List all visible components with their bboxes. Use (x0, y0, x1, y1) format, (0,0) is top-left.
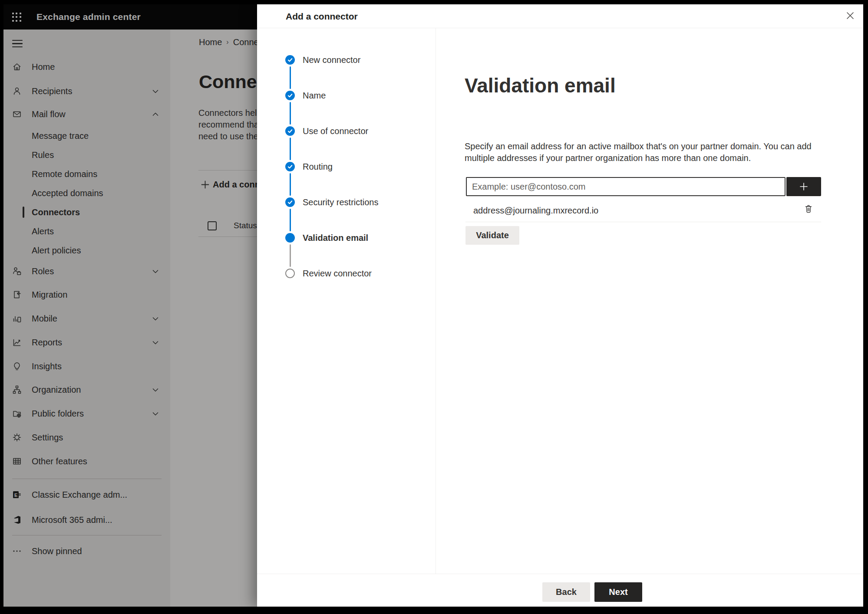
step-label: Validation email (303, 233, 368, 243)
step-use-of-connector[interactable]: Use of connector (257, 121, 435, 141)
next-button[interactable]: Next (594, 582, 642, 602)
delete-address-button[interactable] (801, 201, 816, 216)
step-name[interactable]: Name (257, 86, 435, 105)
screenshot-frame: Exchange admin center Home Recipients Ma… (0, 0, 868, 614)
step-label: New connector (303, 55, 360, 65)
panel-title: Add a connector (286, 4, 358, 28)
add-connector-panel: Add a connector New connector Name Use o… (257, 4, 863, 607)
step-completed-check-icon (285, 55, 295, 65)
add-email-button[interactable] (786, 177, 821, 196)
footer-divider (257, 574, 863, 574)
email-address-input[interactable] (466, 177, 785, 196)
stepper-content-divider (436, 28, 436, 574)
step-validation-email[interactable]: Validation email (257, 228, 435, 247)
step-label: Review connector (303, 269, 372, 279)
step-label: Routing (303, 162, 333, 172)
address-row-divider (465, 222, 821, 222)
close-button[interactable] (842, 7, 859, 24)
step-completed-check-icon (285, 126, 295, 136)
trash-icon (804, 204, 813, 213)
step-completed-check-icon (285, 197, 295, 207)
panel-header: Add a connector (257, 4, 863, 28)
plus-icon (799, 181, 809, 192)
step-page-description: Specify an email address for an active m… (465, 141, 817, 164)
step-completed-check-icon (285, 91, 295, 100)
step-label: Use of connector (303, 126, 368, 136)
step-routing[interactable]: Routing (257, 157, 435, 176)
step-new-connector[interactable]: New connector (257, 50, 435, 69)
step-page-title: Validation email (465, 74, 616, 97)
back-button[interactable]: Back (542, 582, 590, 602)
step-upcoming-circle (285, 269, 295, 278)
added-address-item: address@journaling.mxrecord.io (473, 203, 598, 218)
step-current-circle (285, 233, 295, 243)
step-completed-check-icon (285, 162, 295, 171)
step-security-restrictions[interactable]: Security restrictions (257, 193, 435, 212)
step-review-connector[interactable]: Review connector (257, 264, 435, 283)
step-label: Name (303, 91, 326, 101)
validate-button[interactable]: Validate (465, 226, 519, 245)
step-label: Security restrictions (303, 197, 379, 207)
close-icon (845, 11, 855, 20)
